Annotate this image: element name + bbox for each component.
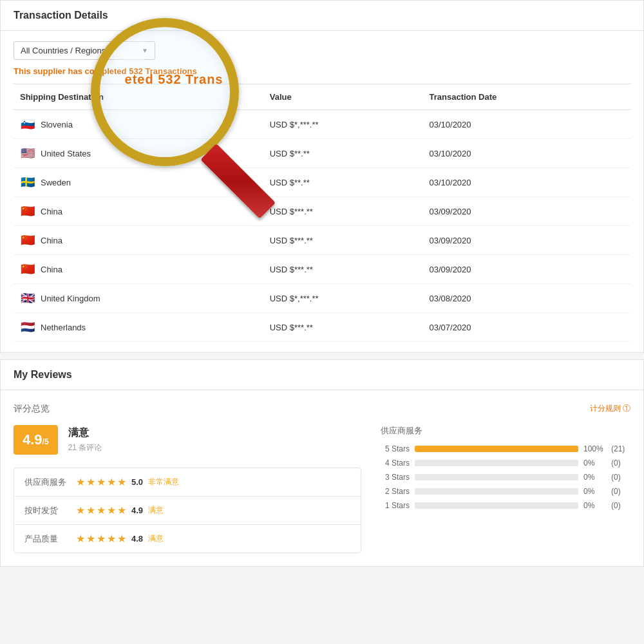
date-cell: 03/10/2020 — [423, 168, 631, 197]
category-name: 供应商服务 — [24, 477, 76, 488]
table-row: 🇬🇧 United Kingdom USD $*,***.** 03/08/20… — [14, 284, 630, 313]
transaction-table: Shipping Destination Value Transaction D… — [14, 84, 630, 342]
star-icon: ★ — [97, 533, 106, 545]
transaction-count: 532 Transactions — [129, 66, 197, 76]
supplier-info: This supplier has completed 532 Transact… — [14, 66, 630, 76]
bar-count: (21) — [611, 444, 630, 453]
category-score: 4.8 — [131, 534, 143, 544]
star-icon: ★ — [76, 504, 85, 516]
stars: ★★★★★ — [76, 533, 126, 545]
value-cell: USD $*,***.** — [263, 110, 423, 139]
bar-label: 4 Stars — [381, 459, 410, 468]
date-cell: 03/10/2020 — [423, 139, 631, 168]
bar-label: 3 Stars — [381, 473, 410, 482]
table-row: 🇸🇪 Sweden USD $**.** 03/10/2020 — [14, 168, 630, 197]
dropdown-arrow-icon: ▼ — [142, 47, 148, 54]
destination-cell: 🇺🇸 United States — [14, 139, 263, 168]
date-cell: 03/07/2020 — [423, 313, 631, 342]
bar-track — [415, 502, 578, 509]
destination-cell: 🇸🇪 Sweden — [14, 168, 263, 197]
bar-count: (0) — [611, 487, 630, 496]
star-icon: ★ — [97, 504, 106, 516]
country-name: Sweden — [41, 178, 71, 187]
table-row: 🇨🇳 China USD $***.** 03/09/2020 — [14, 197, 630, 226]
bar-chart-title: 供应商服务 — [381, 425, 630, 437]
bar-percent: 0% — [583, 487, 606, 496]
flag-icon: 🇨🇳 — [20, 235, 35, 245]
star-icon: ★ — [117, 476, 126, 488]
rating-category-row: 按时发货 ★★★★★ 4.9 满意 — [14, 497, 361, 525]
destination-cell: 🇬🇧 United Kingdom — [14, 284, 263, 313]
value-cell: USD $**.** — [263, 139, 423, 168]
review-count: 21 条评论 — [68, 442, 102, 453]
col-destination: Shipping Destination — [14, 84, 263, 110]
rating-category-row: 供应商服务 ★★★★★ 5.0 非常满意 — [14, 468, 361, 497]
country-name: United Kingdom — [41, 294, 100, 303]
table-row: 🇨🇳 China USD $***.** 03/09/2020 — [14, 255, 630, 284]
bar-count: (0) — [611, 459, 630, 468]
star-icon: ★ — [107, 504, 116, 516]
bar-fill — [415, 446, 578, 452]
bar-track — [415, 474, 578, 480]
reviews-section: My Reviews 计分规则 ① 评分总览 4.9/5 满意 21 条评论 供… — [0, 359, 644, 567]
value-cell: USD $***.** — [263, 226, 423, 255]
value-cell: USD $**.** — [263, 168, 423, 197]
score-label: 满意 — [68, 426, 102, 440]
value-cell: USD $***.** — [263, 313, 423, 342]
bar-label: 1 Stars — [381, 501, 410, 510]
destination-cell: 🇳🇱 Netherlands — [14, 313, 263, 342]
date-cell: 03/09/2020 — [423, 197, 631, 226]
bar-row: 5 Stars 100% (21) — [381, 444, 630, 453]
bar-row: 1 Stars 0% (0) — [381, 501, 630, 510]
bar-count: (0) — [611, 473, 630, 482]
category-name: 按时发货 — [24, 505, 76, 516]
flag-icon: 🇺🇸 — [20, 148, 35, 158]
score-details: 满意 21 条评论 — [68, 426, 102, 453]
reviews-title: My Reviews — [1, 360, 643, 390]
rating-category-row: 产品质量 ★★★★★ 4.8 满意 — [14, 525, 361, 553]
star-icon: ★ — [107, 533, 116, 545]
transaction-content: All Countries / Regions ▼ This supplier … — [1, 31, 643, 352]
date-cell: 03/09/2020 — [423, 255, 631, 284]
scoring-rule-link[interactable]: 计分规则 ① — [590, 403, 630, 414]
bar-label: 2 Stars — [381, 487, 410, 496]
stars: ★★★★★ — [76, 504, 126, 516]
bar-percent: 0% — [583, 473, 606, 482]
bar-row: 4 Stars 0% (0) — [381, 459, 630, 468]
star-icon: ★ — [76, 476, 85, 488]
category-label: 满意 — [148, 505, 164, 516]
category-label: 非常满意 — [148, 477, 179, 488]
score-badge: 4.9/5 — [14, 425, 58, 455]
star-icon: ★ — [107, 476, 116, 488]
value-cell: USD $***.** — [263, 197, 423, 226]
star-icon: ★ — [76, 533, 85, 545]
date-cell: 03/09/2020 — [423, 226, 631, 255]
country-name: Slovenia — [41, 120, 73, 129]
table-row: 🇨🇳 China USD $***.** 03/09/2020 — [14, 226, 630, 255]
col-date: Transaction Date — [423, 84, 631, 110]
rating-overview-title: 评分总览 — [14, 403, 630, 415]
country-name: Netherlands — [41, 323, 86, 332]
star-icon: ★ — [86, 476, 95, 488]
rating-score-box: 4.9/5 满意 21 条评论 — [14, 425, 361, 455]
bar-chart: 5 Stars 100% (21) 4 Stars 0% (0) 3 Stars… — [381, 444, 630, 510]
category-name: 产品质量 — [24, 533, 76, 545]
destination-cell: 🇸🇮 Slovenia — [14, 110, 263, 139]
date-cell: 03/08/2020 — [423, 284, 631, 313]
star-icon: ★ — [86, 504, 95, 516]
country-region-select[interactable]: All Countries / Regions ▼ — [14, 41, 155, 60]
destination-cell: 🇨🇳 China — [14, 226, 263, 255]
flag-icon: 🇬🇧 — [20, 293, 35, 303]
star-icon: ★ — [117, 504, 126, 516]
bar-percent: 0% — [583, 459, 606, 468]
star-icon: ★ — [86, 533, 95, 545]
destination-cell: 🇨🇳 China — [14, 255, 263, 284]
star-icon: ★ — [117, 533, 126, 545]
value-cell: USD $*,***.** — [263, 284, 423, 313]
bar-track — [415, 488, 578, 495]
flag-icon: 🇸🇪 — [20, 177, 35, 187]
star-icon: ★ — [97, 476, 106, 488]
bar-row: 3 Stars 0% (0) — [381, 473, 630, 482]
table-row: 🇳🇱 Netherlands USD $***.** 03/07/2020 — [14, 313, 630, 342]
filter-row: All Countries / Regions ▼ — [14, 41, 630, 60]
